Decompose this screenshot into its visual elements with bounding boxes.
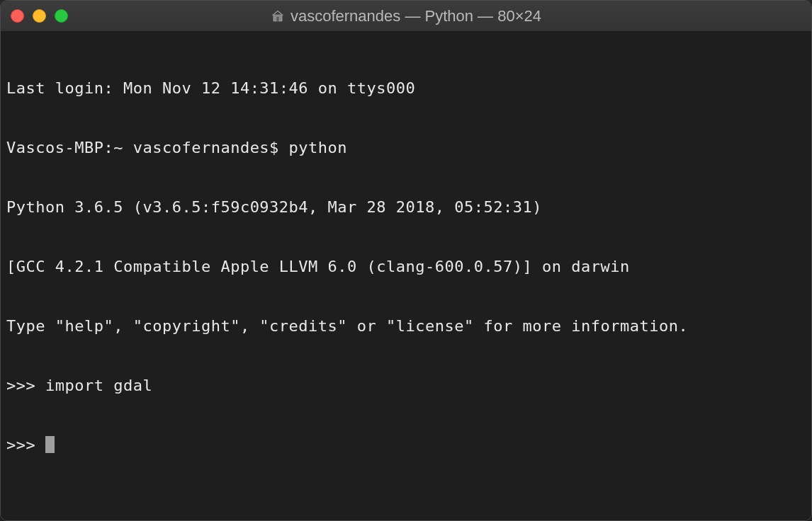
traffic-lights	[11, 9, 68, 23]
maximize-button[interactable]	[55, 9, 68, 23]
terminal-line: Python 3.6.5 (v3.6.5:f59c0932b4, Mar 28 …	[6, 197, 806, 217]
window-title-container: vascofernandes — Python — 80×24	[271, 7, 541, 25]
cursor	[45, 436, 55, 453]
terminal-body[interactable]: Last login: Mon Nov 12 14:31:46 on ttys0…	[1, 32, 811, 520]
terminal-line: >>> import gdal	[6, 376, 806, 396]
home-icon	[271, 9, 285, 23]
terminal-line: [GCC 4.2.1 Compatible Apple LLVM 6.0 (cl…	[6, 257, 806, 277]
terminal-line: Vascos-MBP:~ vascofernandes$ python	[6, 138, 806, 158]
terminal-window: vascofernandes — Python — 80×24 Last log…	[0, 0, 812, 521]
minimize-button[interactable]	[33, 9, 46, 23]
terminal-line: Last login: Mon Nov 12 14:31:46 on ttys0…	[6, 79, 806, 98]
svg-rect-0	[276, 16, 278, 21]
window-title: vascofernandes — Python — 80×24	[291, 7, 541, 25]
terminal-prompt-line: >>>	[6, 435, 806, 455]
close-button[interactable]	[11, 9, 24, 23]
terminal-prompt: >>>	[6, 435, 45, 455]
title-bar[interactable]: vascofernandes — Python — 80×24	[1, 1, 811, 32]
terminal-line: Type "help", "copyright", "credits" or "…	[6, 316, 806, 336]
